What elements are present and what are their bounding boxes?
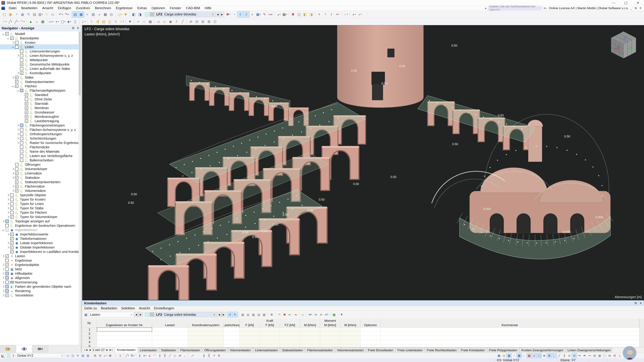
tree-item-membranzugfrei[interactable]: ✓◺Membranzugfrei — [0, 114, 78, 119]
table-cell[interactable] — [380, 336, 644, 340]
table-cell[interactable] — [360, 336, 380, 340]
row-number[interactable]: 4 — [82, 340, 97, 344]
table-cols-icon[interactable]: ▥ — [256, 312, 262, 317]
panel-menu-item-4[interactable]: Einstellungen — [152, 306, 176, 311]
table-cell[interactable] — [280, 332, 300, 336]
table-view-icon[interactable]: ▦ — [102, 11, 108, 17]
import-row-icon[interactable]: ⇤ — [287, 312, 293, 317]
dash-box-icon[interactable]: ▢ — [602, 353, 607, 358]
checkbox[interactable] — [5, 272, 9, 275]
checkbox[interactable]: ✓ — [15, 185, 18, 188]
checkbox[interactable]: ✓ — [25, 106, 28, 110]
copy-object-icon[interactable]: ▤ — [80, 353, 85, 358]
tree-item-typen-f-r-knoten[interactable]: ◺Typen für Knoten — [0, 197, 78, 202]
new-polyline-icon[interactable]: ╱▾ — [14, 18, 20, 25]
tree-item-nummerierung[interactable]: 123Nummerierung — [0, 280, 78, 284]
tree-item-fl-chen-achsensysteme-x-y-z[interactable]: ◺Flächen-Achsensysteme x, y, z — [0, 128, 78, 132]
snap-parallel-icon[interactable]: ∥ — [157, 353, 162, 358]
tab-knotenlasten[interactable]: Knotenlasten — [115, 347, 138, 353]
new-support-icon[interactable]: ⊥▾ — [80, 18, 86, 25]
online-models-icon[interactable]: ◍ — [20, 11, 26, 17]
numbering-26-icon[interactable]: ⇅▾ — [130, 353, 135, 358]
checkbox[interactable] — [5, 224, 9, 227]
grid-settings-icon[interactable]: ▦ — [496, 353, 502, 358]
checkbox[interactable]: ✓ — [10, 215, 14, 219]
checkbox[interactable]: ✓ — [5, 263, 9, 267]
notch-tool-icon[interactable]: ∪ — [156, 18, 162, 25]
chevron-right-icon[interactable] — [1, 286, 5, 287]
chevron-right-icon[interactable] — [16, 142, 20, 144]
export-excel-icon[interactable]: ▦ — [332, 312, 337, 317]
table-cell[interactable] — [260, 328, 280, 332]
tree-item-knoten[interactable]: ◺Knoten — [0, 40, 78, 45]
table-cell[interactable] — [300, 340, 320, 344]
tree-item-lasten-aus-verteilungsfl-che[interactable]: ◺Lasten aus Verteilungsfläche — [0, 154, 78, 158]
checkbox[interactable]: ✓ — [25, 119, 28, 123]
load-values-icon[interactable]: ◔ — [231, 11, 237, 17]
new-member-set-icon[interactable]: ⌂ — [34, 18, 40, 25]
panel-menu-item-0[interactable]: Gehe zu — [82, 306, 99, 311]
navigator-tab-views[interactable] — [32, 345, 48, 353]
navigator-close-icon[interactable]: ✕ — [77, 26, 79, 30]
table-cell[interactable] — [97, 332, 152, 336]
navigator-tab-display[interactable] — [16, 345, 32, 353]
checkbox[interactable] — [15, 45, 18, 49]
column-header-8[interactable]: M [kNm] — [300, 323, 320, 328]
tree-item-fl-chengeometrietypen[interactable]: ◺Flächengeometrietypen — [0, 123, 78, 128]
table-cell[interactable] — [300, 328, 320, 332]
tree-item-st-be[interactable]: ✓◺Stäbe — [0, 75, 78, 80]
chevron-right-icon[interactable] — [6, 199, 10, 200]
rotate-object-icon[interactable]: ↻ — [75, 353, 80, 358]
prev-case-button[interactable]: ◀ — [217, 312, 221, 317]
chevron-down-icon[interactable] — [11, 85, 15, 87]
arrow-snap1-icon[interactable]: ⇸ — [577, 353, 582, 358]
checkbox[interactable] — [15, 163, 18, 166]
tab-linien-zwangsverschiebungen[interactable]: Linien-Zwangsverschiebungen — [565, 348, 613, 353]
chevron-right-icon[interactable] — [11, 77, 15, 78]
tab-fl-chensatzlasten[interactable]: Flächensatzlasten — [305, 348, 335, 353]
tree-item-titelinformationen[interactable]: ✓◉Titelinformationen — [0, 237, 78, 241]
circle-bar-icon[interactable]: ⊙ — [567, 353, 572, 358]
checkbox[interactable]: ✓ — [10, 233, 14, 236]
tree-item-typen-f-r-fl-chen[interactable]: ◺Typen für Flächen — [0, 210, 78, 215]
chevron-right-icon[interactable] — [16, 133, 20, 135]
tree-item-standard[interactable]: ✓◺Standard — [0, 93, 78, 97]
checkbox[interactable] — [15, 41, 18, 44]
checkbox[interactable] — [10, 198, 14, 201]
new-surface-load-icon[interactable]: ◫ — [107, 18, 113, 25]
chevron-right-icon[interactable] — [1, 255, 5, 257]
mirror-object-icon[interactable]: ▥ — [85, 353, 90, 358]
checkbox[interactable]: ✓ — [10, 250, 14, 253]
delete-results-icon[interactable]: ✖ — [290, 11, 296, 17]
column-header-1[interactable]: Zugewiesen an Knoten Nr. — [97, 323, 152, 328]
trim-tool-icon[interactable]: ⊡ — [212, 18, 218, 25]
checkbox[interactable]: ✓ — [5, 294, 9, 297]
table-cell[interactable] — [97, 336, 152, 340]
tree-item-lasten[interactable]: ✓⇩Lasten — [0, 254, 78, 258]
new-line-icon[interactable]: ╱▾ — [8, 18, 14, 25]
mirror-tool-icon[interactable]: ◇ — [162, 18, 168, 25]
snap-poly-icon[interactable]: ◇ — [172, 353, 178, 358]
navigator-tab-data[interactable] — [0, 345, 16, 353]
tree-item-mittelpunkte[interactable]: ◺Mittelpunkte — [0, 58, 78, 62]
new-block-icon[interactable]: ▯ — [72, 18, 78, 25]
table-cell[interactable] — [224, 336, 240, 340]
new-member-icon[interactable]: ▲ — [28, 18, 34, 25]
chevron-right-icon[interactable] — [16, 124, 20, 126]
formula-icon[interactable]: ƒx — [313, 312, 318, 317]
table-cell[interactable] — [280, 328, 300, 332]
column-header-10[interactable]: M [kNm] — [340, 323, 360, 328]
chevron-right-icon[interactable] — [11, 190, 15, 192]
project-object-icon[interactable]: ⊟ — [98, 353, 103, 358]
category-select[interactable]: Lasten ∨ — [88, 312, 134, 317]
edit-surface-icon[interactable]: ◧ — [302, 11, 308, 17]
panel-splitter[interactable] — [81, 25, 82, 353]
corner-snap-icon[interactable]: ∟ — [552, 353, 557, 358]
table-cell[interactable] — [188, 340, 224, 344]
tree-item-allgemein[interactable]: ◆Allgemein — [0, 276, 78, 280]
redo-icon[interactable]: ↷▾ — [64, 11, 70, 17]
chevron-down-icon[interactable] — [11, 46, 15, 48]
table-cell[interactable] — [320, 332, 340, 336]
checkbox[interactable] — [20, 137, 23, 140]
prev-category-button[interactable]: ◀ — [134, 312, 138, 317]
